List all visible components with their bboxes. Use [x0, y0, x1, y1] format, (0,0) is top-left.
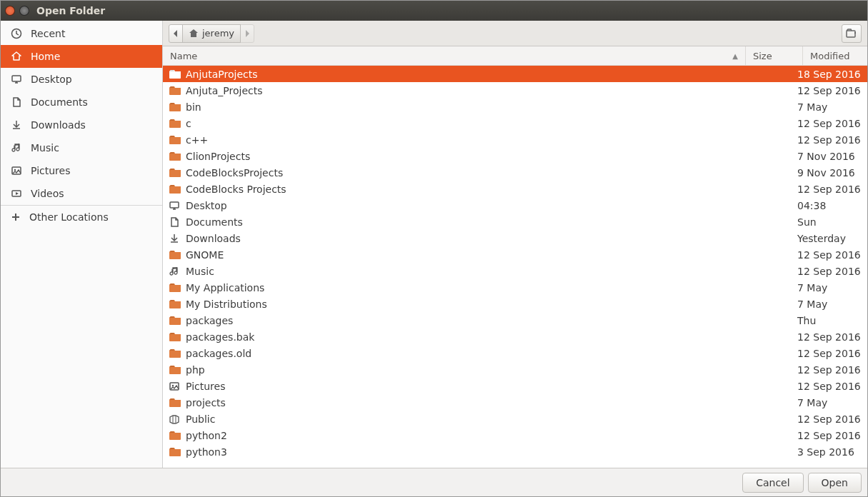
- sidebar-item-home[interactable]: Home: [1, 45, 162, 68]
- file-row[interactable]: Anjuta_Projects12 Sep 2016: [163, 82, 867, 99]
- file-row[interactable]: php12 Sep 2016: [163, 361, 867, 378]
- breadcrumb-back[interactable]: [169, 24, 183, 43]
- file-row[interactable]: My Distributions7 May: [163, 296, 867, 312]
- file-row[interactable]: python212 Sep 2016: [163, 427, 867, 443]
- sidebar-item-label: Videos: [31, 188, 64, 199]
- svg-rect-5: [847, 31, 855, 37]
- file-name: packages.old: [186, 348, 740, 359]
- file-row[interactable]: DownloadsYesterday: [163, 230, 867, 246]
- file-row[interactable]: AnjutaProjects18 Sep 2016: [163, 66, 867, 82]
- plus-icon: [11, 212, 21, 222]
- file-row[interactable]: CodeBlocks Projects12 Sep 2016: [163, 181, 867, 197]
- folder-icon: [169, 331, 181, 343]
- folder-icon: [169, 85, 181, 96]
- file-modified: 7 May: [797, 101, 862, 113]
- svg-rect-6: [170, 202, 179, 208]
- folder-icon: [169, 430, 181, 441]
- file-name: python3: [186, 446, 740, 458]
- file-name: php: [186, 364, 740, 376]
- sidebar-item-desktop[interactable]: Desktop: [1, 68, 162, 91]
- file-row[interactable]: Desktop04:38: [163, 197, 867, 214]
- sidebar-item-label: Music: [31, 142, 59, 154]
- file-row[interactable]: GNOME12 Sep 2016: [163, 246, 867, 263]
- sidebar-item-documents[interactable]: Documents: [1, 91, 162, 114]
- sidebar-item-recent[interactable]: Recent: [1, 22, 162, 45]
- sort-asc-icon: ▲: [732, 52, 738, 60]
- downloads-icon: [169, 233, 181, 244]
- file-list[interactable]: AnjutaProjects18 Sep 2016Anjuta_Projects…: [163, 66, 867, 468]
- folder-icon: [169, 69, 181, 80]
- sidebar-item-label: Documents: [31, 96, 88, 108]
- pictures-icon: [169, 381, 181, 392]
- folder-icon: [169, 397, 181, 408]
- file-row[interactable]: ClionProjects7 Nov 2016: [163, 148, 867, 164]
- folder-icon: [169, 446, 181, 458]
- file-row[interactable]: DocumentsSun: [163, 214, 867, 230]
- file-name: CodeBlocksProjects: [186, 167, 740, 179]
- file-name: Pictures: [186, 381, 740, 392]
- folder-icon: [169, 364, 181, 376]
- window-title: Open Folder: [36, 5, 105, 16]
- sidebar-item-videos[interactable]: Videos: [1, 182, 162, 205]
- pictures-icon: [11, 165, 22, 176]
- breadcrumb-segment-home[interactable]: jeremy: [182, 24, 241, 43]
- sidebar-item-label: Other Locations: [29, 211, 109, 223]
- sidebar-item-label: Downloads: [31, 119, 86, 131]
- file-modified: 12 Sep 2016: [797, 430, 862, 441]
- file-name: packages: [186, 315, 740, 326]
- documents-icon: [11, 96, 22, 108]
- file-row[interactable]: c12 Sep 2016: [163, 115, 867, 131]
- sidebar-item-music[interactable]: Music: [1, 136, 162, 159]
- new-folder-button[interactable]: [842, 24, 862, 43]
- file-row[interactable]: packages.old12 Sep 2016: [163, 345, 867, 361]
- file-modified: 12 Sep 2016: [797, 249, 862, 261]
- file-row[interactable]: c++12 Sep 2016: [163, 131, 867, 148]
- column-size[interactable]: Size: [746, 46, 803, 65]
- cancel-button[interactable]: Cancel: [742, 473, 803, 493]
- titlebar[interactable]: Open Folder: [1, 1, 867, 21]
- folder-icon: [169, 249, 181, 261]
- file-name: My Distributions: [186, 298, 740, 310]
- file-name: projects: [186, 397, 740, 408]
- file-row[interactable]: projects7 May: [163, 394, 867, 411]
- sidebar-item-downloads[interactable]: Downloads: [1, 114, 162, 136]
- file-modified: 7 May: [797, 397, 862, 408]
- breadcrumb-forward[interactable]: [240, 24, 254, 43]
- file-name: CodeBlocks Projects: [186, 184, 740, 195]
- file-row[interactable]: packages.bak12 Sep 2016: [163, 328, 867, 345]
- column-modified[interactable]: Modified: [803, 46, 867, 65]
- file-row[interactable]: Pictures12 Sep 2016: [163, 378, 867, 394]
- file-modified: Thu: [797, 315, 862, 326]
- downloads-icon: [11, 119, 22, 131]
- file-modified: 12 Sep 2016: [797, 331, 862, 343]
- file-row[interactable]: CodeBlocksProjects9 Nov 2016: [163, 164, 867, 181]
- folder-icon: [169, 167, 181, 179]
- file-row[interactable]: My Applications7 May: [163, 279, 867, 296]
- file-name: AnjutaProjects: [186, 69, 740, 80]
- file-row[interactable]: packagesThu: [163, 312, 867, 328]
- file-row[interactable]: bin7 May: [163, 99, 867, 115]
- file-modified: 12 Sep 2016: [797, 85, 862, 96]
- file-name: Public: [186, 413, 740, 425]
- sidebar-item-label: Pictures: [31, 165, 70, 176]
- file-name: My Applications: [186, 282, 740, 293]
- sidebar-other-locations[interactable]: Other Locations: [1, 206, 162, 229]
- close-icon[interactable]: [5, 6, 15, 16]
- file-row[interactable]: python33 Sep 2016: [163, 443, 867, 460]
- home-icon: [11, 51, 22, 62]
- folder-icon: [169, 184, 181, 195]
- file-modified: 12 Sep 2016: [797, 134, 862, 146]
- file-row[interactable]: Public12 Sep 2016: [163, 411, 867, 427]
- file-modified: 12 Sep 2016: [797, 184, 862, 195]
- file-modified: 12 Sep 2016: [797, 364, 862, 376]
- minimize-icon[interactable]: [19, 6, 29, 16]
- sidebar-item-pictures[interactable]: Pictures: [1, 159, 162, 182]
- sidebar-item-label: Recent: [31, 28, 65, 39]
- dialog-footer: Cancel Open: [1, 468, 867, 496]
- file-modified: 7 May: [797, 298, 862, 310]
- open-button[interactable]: Open: [808, 473, 862, 493]
- column-name[interactable]: Name ▲: [163, 46, 746, 65]
- open-folder-dialog: Open Folder RecentHomeDesktopDocumentsDo…: [0, 0, 868, 497]
- file-row[interactable]: Music12 Sep 2016: [163, 263, 867, 279]
- file-modified: Sun: [797, 216, 862, 228]
